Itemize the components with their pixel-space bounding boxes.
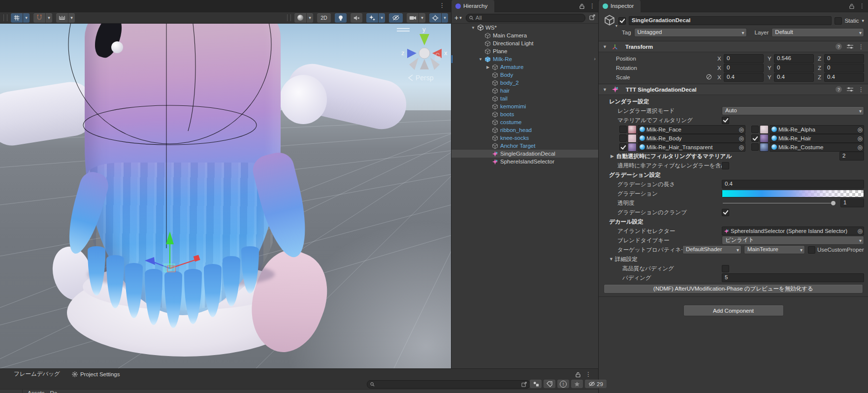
transform-component-header[interactable]: ▼ Transform ? ⋮ [599,41,868,52]
favorites-button[interactable] [571,380,583,388]
gizmos-button[interactable] [429,13,441,23]
hierarchy-item-sphereislandselector[interactable]: SphereIslandSelector [451,158,598,165]
gizmos-dropdown[interactable]: ▾ [442,13,448,23]
add-component-button[interactable]: Add Component [683,305,784,316]
object-picker-icon[interactable]: ◎ [858,135,863,141]
position-z-field[interactable]: 0 [824,54,864,63]
filter-by-label-button[interactable] [544,380,555,388]
console-alert-button[interactable]: ! [557,380,569,388]
advanced-foldout-icon[interactable]: ▼ [609,257,615,262]
object-picker-icon[interactable]: ◎ [739,144,744,150]
gradation-length-field[interactable]: 0.4 [722,180,864,189]
breadcrumb[interactable]: Assets ▸ Re [28,390,57,393]
hidden-objects-button[interactable] [389,13,403,23]
snap-toggle-button[interactable] [33,13,45,23]
frame-debug-button[interactable]: フレームデバッグ [10,369,64,379]
hierarchy-item-armature[interactable]: ▶ Armature [451,63,598,71]
material-object-field[interactable]: Milk-Re_Alpha ◎ [770,125,864,134]
project-search-field[interactable] [367,380,530,389]
material-object-field[interactable]: Milk-Re_Hair_Transparent ◎ [638,143,745,152]
material-object-field[interactable]: Milk-Re_Body ◎ [638,134,745,143]
position-y-field[interactable]: 0.546 [774,54,814,63]
hierarchy-search-field[interactable]: All [466,14,585,22]
scene-picker-icon[interactable] [589,14,595,21]
decal-help-icon[interactable]: ? [836,86,842,93]
object-picker-icon[interactable]: ◎ [858,127,863,132]
rotation-x-field[interactable]: 0 [724,64,764,72]
scene-menu-kebab-icon[interactable]: ⋮ [439,2,445,9]
project-lock-icon[interactable] [576,372,580,377]
target-texture-dropdown[interactable]: MainTexture [744,245,805,254]
object-picker-icon[interactable]: ◎ [739,127,744,132]
rotation-z-field[interactable]: 0 [824,64,864,72]
grid-size-button[interactable] [56,13,68,23]
lock-icon[interactable] [579,3,584,9]
material-checkbox[interactable] [751,126,759,133]
ndmf-preview-disable-button[interactable]: (NDMF) AfterUVModification-Phase のプレビューを… [604,284,863,294]
material-checkbox[interactable] [751,134,759,142]
tab-hierarchy[interactable]: Hierarchy [451,0,494,12]
scene-camera-dropdown[interactable]: ▾ [419,13,425,23]
static-dropdown-icon[interactable]: ▾ [862,18,864,23]
inspector-lock-icon[interactable] [849,3,854,9]
panel-menu-kebab-icon[interactable]: ⋮ [589,2,595,9]
toolbar-drag-handle[interactable] [3,14,7,21]
include-inactive-checkbox[interactable] [722,162,729,169]
rotation-y-field[interactable]: 0 [774,64,814,72]
presets-icon[interactable] [847,44,853,49]
auto-filter-foldout-icon[interactable]: ▶ [611,154,616,159]
shading-mode-dropdown[interactable]: ▾ [307,13,313,23]
hierarchy-item-tail[interactable]: tail [451,95,598,102]
hierarchy-item-knee-socks[interactable]: knee-socks [451,134,598,142]
hierarchy-item-body[interactable]: Body [451,71,598,79]
target-shader-dropdown[interactable]: DefaultShader [682,245,741,254]
hierarchy-item-ribbon-head[interactable]: ribbon_head [451,126,598,134]
hierarchy-item-milk-re[interactable]: ▼ Milk-Re › [451,55,598,63]
alpha-slider[interactable] [722,199,836,207]
static-checkbox[interactable] [835,17,842,25]
renderer-mode-dropdown[interactable]: Auto [722,106,864,115]
filter-by-type-button[interactable] [530,380,542,388]
scale-y-field[interactable]: 0.4 [774,73,814,82]
hierarchy-item-body-2[interactable]: body_2 [451,79,598,87]
decal-component-header[interactable]: ▼ TTT SingleGradationDecal ? ⋮ [599,84,868,95]
grid-visibility-dropdown[interactable]: ▾ [23,13,30,23]
hierarchy-item-costume[interactable]: costume [451,118,598,126]
transform-foldout-icon[interactable]: ▼ [603,44,609,49]
effects-dropdown[interactable]: ▾ [379,13,385,23]
foldout-closed-icon[interactable]: ▶ [484,65,491,69]
scene-lighting-button[interactable] [335,13,347,23]
component-kebab-icon[interactable]: ⋮ [858,43,864,50]
material-thumbnail[interactable] [628,125,637,134]
material-thumbnail[interactable] [760,134,769,143]
grid-visibility-button[interactable]: y [11,13,23,23]
material-checkbox[interactable] [619,134,627,142]
alpha-value-field[interactable]: 1 [840,198,864,207]
search-picker-icon[interactable] [521,382,527,387]
grid-size-dropdown[interactable]: ▾ [68,13,75,23]
material-object-field[interactable]: Milk-Re_Face ◎ [638,125,745,134]
hierarchy-item-kemomimi[interactable]: kemomimi [451,102,598,110]
scale-link-icon[interactable] [706,74,713,81]
scale-z-field[interactable]: 0.4 [824,73,864,82]
auto-filter-count-field[interactable]: 2 [839,152,864,161]
material-checkbox[interactable] [751,143,759,151]
toolbar-drag-handle-right[interactable] [287,14,291,21]
gameobject-enabled-checkbox[interactable] [618,17,626,25]
advanced-settings-row[interactable]: ▼ 詳細設定 [599,255,868,263]
2d-toggle-button[interactable]: 2D [317,13,331,23]
scene-camera-button[interactable] [407,13,418,23]
inspector-menu-kebab-icon[interactable]: ⋮ [859,2,865,9]
hierarchy-item-singlegradationdecal[interactable]: SingleGradationDecal [451,150,598,158]
foldout-open-icon[interactable]: ▼ [477,57,484,62]
effects-button[interactable] [366,13,378,23]
material-object-field[interactable]: Milk-Re_Hair ◎ [770,134,864,143]
object-picker-icon[interactable]: ◎ [858,144,863,150]
audio-mute-button[interactable] [351,13,362,23]
prefab-open-arrow-icon[interactable]: › [594,56,596,62]
tab-inspector[interactable]: Inspector [599,0,641,12]
create-object-button[interactable]: + [454,15,458,21]
layer-dropdown[interactable]: Default [772,28,864,37]
island-selector-object-field[interactable]: SphereIslandSelector (Sphere Island Sele… [722,227,864,235]
shading-mode-button[interactable] [294,13,306,23]
